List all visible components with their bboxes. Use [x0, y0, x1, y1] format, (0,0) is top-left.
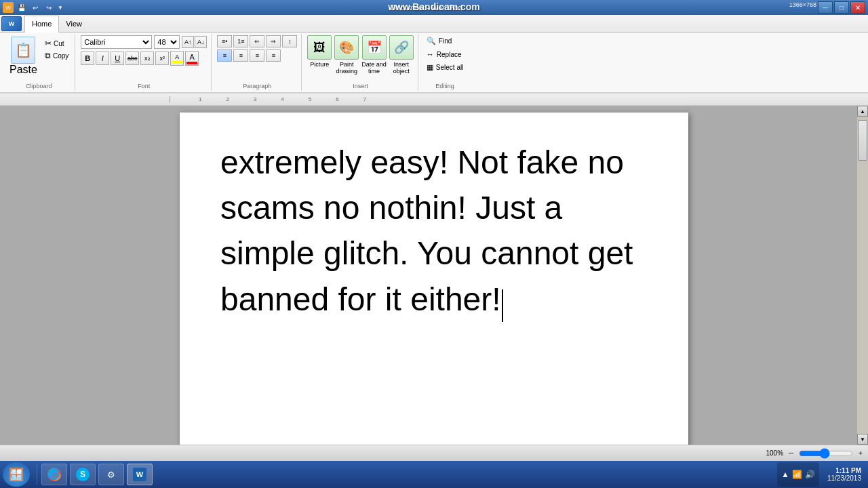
skype-icon: S	[76, 468, 90, 481]
document-content[interactable]: extremely easy! Not fake no scams no not…	[220, 140, 648, 322]
picture-icon: 🖼	[307, 35, 332, 60]
paint-icon: 🎨	[334, 35, 359, 60]
ribbon-group-editing: 🔍 Find ↔ Replace ▦ Select all Editing	[420, 34, 471, 91]
highlight-button[interactable]: A	[170, 51, 184, 66]
ruler: │ 1 2 3 4 5 6 7	[0, 94, 868, 106]
zoom-slider[interactable]	[799, 451, 853, 456]
window-title: Document - WordPad	[64, 3, 789, 12]
minimize-button[interactable]: ─	[818, 1, 833, 14]
zoom-out-icon[interactable]: ─	[789, 449, 793, 457]
quick-access-undo[interactable]: ↩	[30, 2, 41, 13]
system-tray: ▲ 📶 🔊	[777, 462, 819, 487]
bullets-button[interactable]: ≡•	[217, 35, 232, 47]
app-icon: W	[3, 2, 14, 13]
tab-home[interactable]: Home	[24, 16, 59, 33]
show-hidden-button[interactable]: ▲	[781, 470, 789, 479]
ribbon-logo[interactable]: W	[1, 16, 22, 31]
ribbon-tabs: W Home View	[0, 15, 868, 33]
calendar-icon: 📅	[362, 35, 387, 60]
picture-button[interactable]: 🖼 Picture	[307, 35, 332, 68]
scissors-icon: ✂	[45, 39, 52, 48]
replace-button[interactable]: ↔ Replace	[424, 49, 467, 60]
ruler-marks: │ 1 2 3 4 5 6 7	[168, 96, 391, 102]
chrome-icon: 🌐	[47, 468, 61, 481]
ribbon-group-insert: 🖼 Picture 🎨 Paintdrawing 📅 Date andtime …	[303, 34, 418, 91]
document-area: extremely easy! Not fake no scams no not…	[0, 106, 868, 445]
network-icon: 📶	[792, 470, 802, 479]
line-spacing-button[interactable]: ↕	[282, 35, 297, 47]
decrease-indent-button[interactable]: ⇐	[250, 35, 264, 47]
ribbon-group-paragraph: ≡• 1≡ ⇐ ⇒ ↕ ≡ ≡ ≡ ≡ Paragraph	[213, 34, 302, 91]
replace-icon: ↔	[427, 50, 434, 58]
paint-drawing-button[interactable]: 🎨 Paintdrawing	[334, 35, 359, 75]
justify-button[interactable]: ≡	[266, 49, 281, 62]
select-all-icon: ▦	[427, 63, 433, 72]
font-group-label: Font	[138, 81, 150, 89]
object-icon: 🔗	[389, 35, 414, 60]
superscript-button[interactable]: x²	[155, 52, 169, 65]
paste-button[interactable]: 📋 Paste	[7, 35, 40, 77]
insert-group-label: Insert	[353, 81, 368, 89]
resolution-info: 1366×768	[789, 1, 816, 14]
find-button[interactable]: 🔍 Find	[424, 35, 467, 47]
paste-label: Paste	[9, 64, 37, 76]
quick-access-save[interactable]: 💾	[16, 2, 27, 13]
find-icon: 🔍	[427, 37, 436, 45]
quick-access-dropdown[interactable]: ▼	[57, 2, 64, 13]
zoom-in-icon[interactable]: +	[859, 449, 863, 457]
select-all-button[interactable]: ▦ Select all	[424, 62, 467, 73]
wordpad-icon: W	[133, 468, 146, 481]
paste-icon: 📋	[11, 37, 35, 64]
taskbar-app-chrome[interactable]: 🌐	[41, 464, 67, 485]
cut-button[interactable]: ✂ Cut	[43, 38, 71, 49]
ribbon-group-font: Calibri Arial Times New Roman 48 12 14 1…	[77, 34, 212, 91]
maximize-button[interactable]: □	[834, 1, 849, 14]
increase-indent-button[interactable]: ⇒	[266, 35, 281, 47]
ribbon-toolbar: 📋 Paste ✂ Cut ⧉ Copy Clipboard Calibri	[0, 33, 868, 94]
clock-date: 11/23/2013	[827, 474, 861, 482]
clipboard-group-label: Clipboard	[26, 81, 52, 89]
taskbar-right: ▲ 📶 🔊 1:11 PM 11/23/2013	[777, 462, 865, 487]
tab-view[interactable]: View	[59, 15, 90, 32]
taskbar-separator	[37, 464, 37, 485]
copy-icon: ⧉	[45, 51, 51, 60]
underline-button[interactable]: U	[111, 52, 124, 65]
quick-access-redo[interactable]: ↪	[43, 2, 54, 13]
antivirus-icon: ⚙	[104, 468, 118, 481]
grow-font-button[interactable]: A↑	[182, 36, 194, 48]
italic-button[interactable]: I	[96, 52, 109, 65]
zoom-percent: 100%	[766, 449, 783, 457]
align-left-button[interactable]: ≡	[217, 49, 232, 62]
shrink-font-button[interactable]: A↓	[195, 36, 207, 48]
scroll-track[interactable]	[857, 117, 868, 434]
taskbar: 🪟 🌐 S ⚙ W ▲ 📶 🔊 1:11 PM 11/23/2013	[0, 461, 868, 488]
scroll-thumb[interactable]	[858, 120, 867, 161]
clock-time: 1:11 PM	[827, 467, 861, 474]
clock: 1:11 PM 11/23/2013	[823, 467, 865, 482]
status-right: 100% ─ +	[766, 449, 863, 457]
close-button[interactable]: ✕	[850, 1, 865, 14]
numbering-button[interactable]: 1≡	[233, 35, 248, 47]
text-cursor	[502, 289, 503, 322]
scroll-up-button[interactable]: ▲	[857, 106, 868, 117]
taskbar-app-3[interactable]: ⚙	[98, 464, 124, 485]
align-right-button[interactable]: ≡	[250, 49, 264, 62]
font-color-button[interactable]: A	[185, 51, 199, 66]
vertical-scrollbar[interactable]: ▲ ▼	[857, 106, 868, 445]
paragraph-group-label: Paragraph	[243, 81, 271, 89]
font-family-select[interactable]: Calibri Arial Times New Roman	[81, 35, 152, 49]
subscript-button[interactable]: x₂	[140, 52, 154, 65]
taskbar-app-wordpad[interactable]: W	[127, 464, 153, 485]
scroll-down-button[interactable]: ▼	[857, 434, 868, 445]
statusbar: 100% ─ +	[0, 445, 868, 461]
insert-object-button[interactable]: 🔗 Insertobject	[389, 35, 414, 75]
copy-button[interactable]: ⧉ Copy	[43, 50, 71, 61]
font-size-select[interactable]: 48 12 14 16 24 36 72	[154, 35, 180, 49]
align-center-button[interactable]: ≡	[233, 49, 248, 62]
strikethrough-button[interactable]: abc	[125, 52, 139, 65]
bold-button[interactable]: B	[81, 52, 94, 65]
start-button[interactable]: 🪟	[3, 462, 30, 487]
datetime-button[interactable]: 📅 Date andtime	[361, 35, 387, 75]
taskbar-app-skype[interactable]: S	[70, 464, 96, 485]
document-page[interactable]: extremely easy! Not fake no scams no not…	[180, 113, 688, 445]
